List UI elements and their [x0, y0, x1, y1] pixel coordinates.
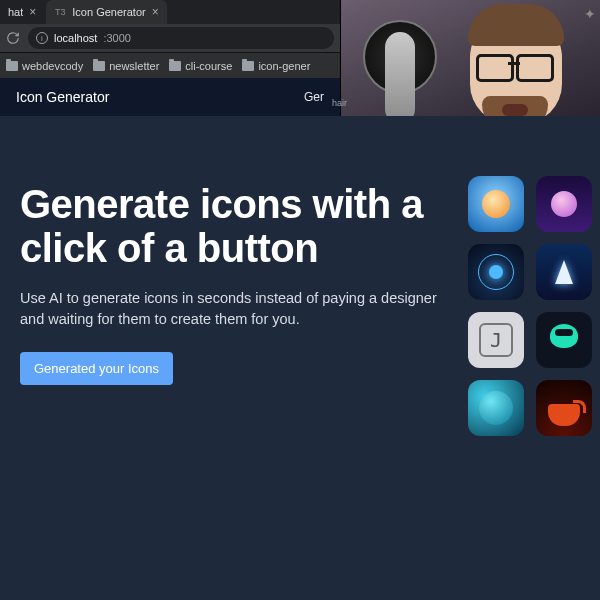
- close-icon[interactable]: ×: [29, 6, 36, 18]
- chair-logo-icon: ✦: [584, 6, 596, 22]
- brand-title[interactable]: Icon Generator: [16, 89, 109, 105]
- stray-text: hair: [332, 98, 347, 108]
- bookmarks-bar: webdevcody newsletter cli-course icon-ge…: [0, 52, 340, 78]
- folder-icon: [93, 61, 105, 71]
- browser-tab-inactive[interactable]: hat ×: [0, 0, 44, 24]
- bookmark-label: newsletter: [109, 60, 159, 72]
- tab-title: Icon Generator: [72, 6, 145, 18]
- sample-icon-sphere-teal: [468, 380, 524, 436]
- presenter-mouth: [502, 104, 528, 116]
- tab-strip: hat × T3 Icon Generator ×: [0, 0, 340, 24]
- sample-icon-letter-j: [468, 312, 524, 368]
- sample-icon-avatar-orange: [468, 176, 524, 232]
- nav-links: Ger: [304, 90, 324, 104]
- url-host: localhost: [54, 32, 97, 44]
- sample-icon-rocket: [536, 244, 592, 300]
- folder-icon: [242, 61, 254, 71]
- folder-icon: [169, 61, 181, 71]
- generate-icons-button[interactable]: Generated your Icons: [20, 352, 173, 385]
- url-port: :3000: [103, 32, 131, 44]
- app-header: Icon Generator Ger: [0, 78, 340, 116]
- close-icon[interactable]: ×: [152, 6, 159, 18]
- browser-tab-active[interactable]: T3 Icon Generator ×: [46, 0, 166, 24]
- tab-favicon: T3: [54, 6, 66, 18]
- folder-icon: [6, 61, 18, 71]
- microphone: [385, 32, 415, 124]
- sample-icon-avatar-purple: [536, 176, 592, 232]
- bookmark-label: cli-course: [185, 60, 232, 72]
- hero-headline: Generate icons with a click of a button: [20, 182, 460, 270]
- bookmark-label: webdevcody: [22, 60, 83, 72]
- sample-icon-coffee-cup: [536, 380, 592, 436]
- bookmark-item[interactable]: cli-course: [169, 60, 232, 72]
- reload-icon[interactable]: [6, 31, 20, 45]
- bookmark-item[interactable]: newsletter: [93, 60, 159, 72]
- glasses-bridge: [508, 62, 520, 65]
- browser-chrome: hat × T3 Icon Generator × i localhost:30…: [0, 0, 340, 78]
- sample-icon-planet: [468, 244, 524, 300]
- presenter-hair: [468, 4, 564, 46]
- bookmark-item[interactable]: webdevcody: [6, 60, 83, 72]
- site-info-icon[interactable]: i: [36, 32, 48, 44]
- hero-subtext: Use AI to generate icons in seconds inst…: [20, 288, 450, 330]
- sample-icon-grid: [468, 176, 592, 436]
- tab-title: hat: [8, 6, 23, 18]
- sample-icon-ninja: [536, 312, 592, 368]
- nav-link-generate[interactable]: Ger: [304, 90, 324, 104]
- address-bar: i localhost:3000: [0, 24, 340, 52]
- bookmark-item[interactable]: icon-gener: [242, 60, 310, 72]
- url-input[interactable]: i localhost:3000: [28, 27, 334, 49]
- presenter-glasses: [476, 54, 554, 76]
- bookmark-label: icon-gener: [258, 60, 310, 72]
